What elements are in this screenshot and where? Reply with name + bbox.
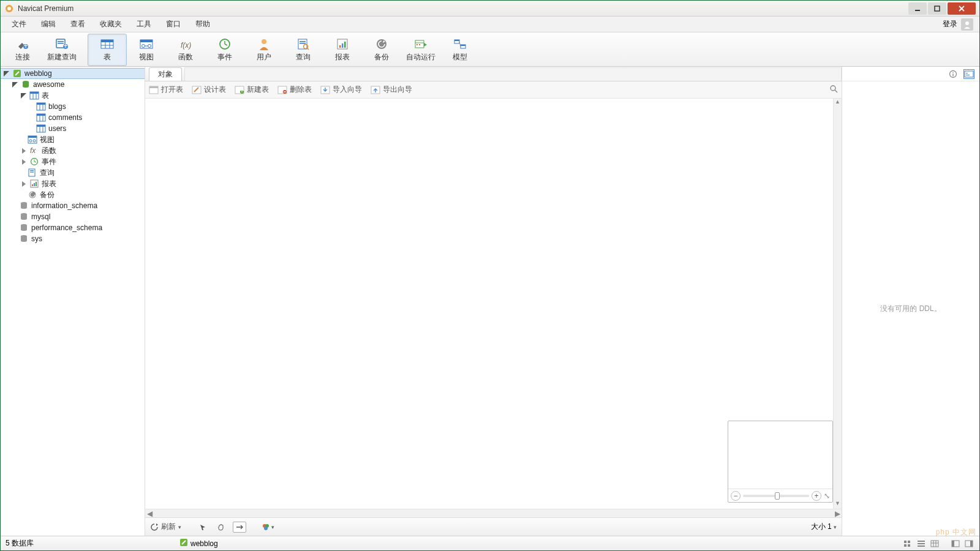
menu-view[interactable]: 查看: [63, 17, 92, 32]
color-tool-button[interactable]: ▾: [261, 522, 274, 533]
toolbar-backup-button[interactable]: 备份: [362, 34, 401, 66]
refresh-button[interactable]: 刷新 ▾: [150, 522, 181, 532]
tree-otherdb[interactable]: information_schema: [1, 200, 145, 211]
collapse-icon[interactable]: [20, 148, 27, 154]
svg-rect-85: [149, 86, 158, 88]
database-icon: [19, 234, 29, 244]
window-minimize-button[interactable]: [908, 2, 927, 15]
toolbar-view-button[interactable]: 视图: [127, 34, 166, 66]
hand-tool-button[interactable]: [214, 522, 228, 533]
tree-functions-folder[interactable]: fx 函数: [1, 145, 145, 156]
collapse-icon[interactable]: [20, 181, 27, 187]
collapse-icon[interactable]: [20, 159, 27, 165]
zoom-slider[interactable]: [743, 495, 809, 497]
view-details-button[interactable]: [929, 539, 940, 549]
search-icon[interactable]: [829, 84, 838, 95]
panel-toggle-left-button[interactable]: [950, 539, 961, 549]
subbtn-new-table[interactable]: +新建表: [235, 84, 269, 95]
svg-point-1: [7, 7, 11, 10]
expand-icon[interactable]: [20, 92, 27, 99]
status-bar: 5 数据库 webblog: [1, 536, 979, 550]
panel-toggle-right-button[interactable]: [963, 539, 974, 549]
svg-rect-18: [140, 40, 153, 42]
subbtn-import-wizard[interactable]: 导入向导: [320, 84, 362, 95]
backup-icon: [28, 190, 37, 200]
horizontal-scrollbar[interactable]: ◀▶: [145, 509, 842, 517]
tree-queries-folder[interactable]: 查询: [1, 167, 145, 178]
svg-rect-78: [36, 182, 37, 186]
tree-database[interactable]: awesome: [1, 79, 145, 90]
svg-rect-28: [300, 41, 306, 42]
window-close-button[interactable]: [948, 2, 976, 15]
zoom-in-button[interactable]: +: [812, 491, 821, 501]
pointer-tool-button[interactable]: [196, 522, 209, 533]
expand-icon[interactable]: [12, 81, 18, 88]
menu-tools[interactable]: 工具: [129, 17, 159, 32]
tree-backups-folder[interactable]: 备份: [1, 189, 145, 200]
tree-otherdb[interactable]: sys: [1, 233, 145, 244]
object-canvas[interactable]: ▲▼ − + ⤡: [145, 99, 842, 509]
tab-objects[interactable]: 对象: [149, 67, 182, 81]
tree-events-folder[interactable]: 事件: [1, 156, 145, 167]
info-tab-general[interactable]: [948, 69, 959, 79]
menu-help[interactable]: 帮助: [188, 17, 217, 32]
tree-table-item[interactable]: blogs: [1, 101, 145, 112]
menu-window[interactable]: 窗口: [159, 17, 188, 32]
minimap-panel[interactable]: − + ⤡: [728, 421, 833, 503]
zoom-out-button[interactable]: −: [731, 491, 741, 501]
svg-line-25: [225, 44, 227, 45]
subbtn-open-table[interactable]: 打开表: [149, 84, 183, 95]
expand-icon[interactable]: [3, 70, 10, 77]
view-icons-button[interactable]: [902, 539, 913, 549]
tree-table-item[interactable]: users: [1, 123, 145, 134]
size-label: 大小 1: [811, 522, 832, 531]
toolbar-event-button[interactable]: 事件: [205, 34, 244, 66]
toolbar-model-button[interactable]: 模型: [440, 34, 480, 66]
toolbar-model-label: 模型: [453, 52, 467, 62]
toolbar-user-button[interactable]: 用户: [244, 34, 284, 66]
minimap-expand-icon[interactable]: ⤡: [824, 492, 830, 500]
menu-favorites[interactable]: 收藏夹: [92, 17, 129, 32]
svg-rect-108: [908, 541, 910, 543]
tree-connection-label: webblog: [24, 69, 52, 78]
toolbar-table-button[interactable]: 表: [88, 34, 127, 66]
view-list-button[interactable]: [916, 539, 927, 549]
table-icon: [36, 113, 46, 122]
subbtn-delete-table[interactable]: 删除表: [277, 84, 312, 95]
toolbar-newquery-button[interactable]: + 新建查询: [42, 34, 81, 66]
vertical-scrollbar[interactable]: ▲▼: [833, 99, 842, 509]
tree-otherdb[interactable]: mysql: [1, 211, 145, 222]
toolbar-connection-button[interactable]: + 连接: [3, 34, 42, 66]
toolbar-function-button[interactable]: f(x) 函数: [166, 34, 205, 66]
svg-rect-121: [970, 541, 973, 547]
size-indicator[interactable]: 大小 1 ▾: [811, 522, 837, 532]
toolbar-report-button[interactable]: 报表: [323, 34, 362, 66]
subbtn-design-table[interactable]: 设计表: [192, 84, 226, 95]
menu-edit[interactable]: 编辑: [34, 17, 63, 32]
svg-rect-35: [344, 42, 346, 48]
toolbar-query-button[interactable]: 查询: [284, 34, 323, 66]
tree-backups-label: 备份: [40, 190, 55, 200]
tree-connection[interactable]: webblog: [1, 68, 145, 79]
minimap-viewport[interactable]: [728, 421, 832, 489]
move-tool-button[interactable]: [233, 522, 246, 533]
user-avatar-icon[interactable]: [961, 18, 973, 31]
tree-otherdb[interactable]: performance_schema: [1, 222, 145, 233]
tree-table-item[interactable]: comments: [1, 112, 145, 123]
tree-tables-folder[interactable]: 表: [1, 90, 145, 101]
menu-file[interactable]: 文件: [4, 17, 34, 32]
svg-rect-76: [32, 184, 33, 186]
subbtn-design-table-label: 设计表: [204, 84, 226, 95]
info-tab-ddl[interactable]: [963, 69, 974, 79]
subbtn-export-wizard[interactable]: 导出向导: [371, 84, 412, 95]
login-link[interactable]: 登录: [943, 19, 957, 29]
status-connection[interactable]: webblog: [179, 538, 218, 549]
toolbar-autorun-button[interactable]: 自动运行: [401, 34, 440, 66]
connection-tree[interactable]: webblog awesome 表 blogs comments: [1, 67, 145, 536]
tree-views-folder[interactable]: 视图: [1, 134, 145, 145]
tree-otherdb-label: sys: [31, 234, 42, 243]
zoom-thumb[interactable]: [775, 492, 780, 500]
query-icon: [28, 168, 37, 178]
tree-reports-folder[interactable]: 报表: [1, 178, 145, 189]
window-maximize-button[interactable]: [928, 2, 946, 15]
